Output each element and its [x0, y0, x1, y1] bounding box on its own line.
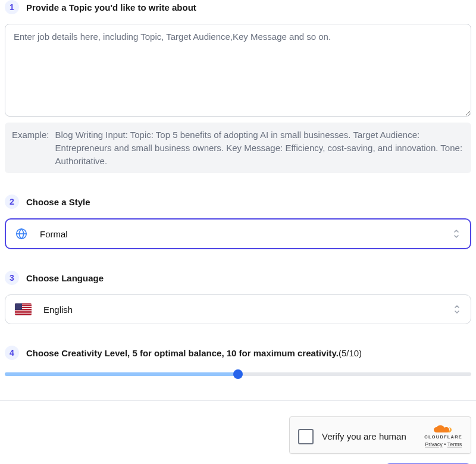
step-number-badge: 2 — [5, 195, 19, 209]
flag-us-icon — [15, 303, 32, 315]
language-select[interactable]: English — [5, 294, 471, 324]
captcha-widget: Verify you are human CLOUDFLARE Privacy … — [289, 416, 471, 454]
captcha-terms-link[interactable]: Terms — [447, 441, 462, 447]
step-header: 2 Choose a Style — [5, 195, 471, 209]
example-text: Blog Writing Input: Topic: Top 5 benefit… — [55, 128, 464, 167]
divider — [0, 400, 476, 401]
captcha-checkbox[interactable] — [298, 429, 314, 444]
globe-icon — [15, 227, 28, 240]
slider-fill — [5, 372, 238, 376]
example-label: Example: — [12, 128, 49, 167]
creativity-slider[interactable] — [5, 369, 471, 379]
captcha-brand: CLOUDFLARE Privacy • Terms — [424, 425, 462, 447]
step-title: Choose Language — [26, 273, 104, 283]
language-selected-label: English — [43, 305, 73, 315]
slider-thumb[interactable] — [233, 369, 243, 379]
style-select[interactable]: Formal — [5, 218, 471, 249]
step-language: 3 Choose Language English — [5, 271, 471, 324]
step-topic: 1 Provide a Topic you'd like to write ab… — [5, 0, 471, 173]
captcha-privacy-link[interactable]: Privacy — [425, 441, 443, 447]
cloudflare-brand-text: CLOUDFLARE — [424, 434, 462, 440]
step-header: 4 Choose Creativity Level, 5 for optimal… — [5, 346, 471, 360]
step-number-badge: 1 — [5, 0, 19, 14]
step-number-badge: 3 — [5, 271, 19, 285]
style-selected-label: Formal — [40, 229, 68, 239]
step-creativity: 4 Choose Creativity Level, 5 for optimal… — [5, 346, 471, 379]
creativity-title-text: Choose Creativity Level, 5 for optimal b… — [26, 348, 339, 358]
step-title: Provide a Topic you'd like to write abou… — [26, 2, 196, 12]
step-style: 2 Choose a Style Formal — [5, 195, 471, 249]
step-header: 1 Provide a Topic you'd like to write ab… — [5, 0, 471, 14]
creativity-value-display: (5/10) — [339, 348, 362, 358]
captcha-links: Privacy • Terms — [425, 441, 462, 447]
topic-textarea[interactable] — [5, 24, 471, 117]
footer: Verify you are human CLOUDFLARE Privacy … — [5, 416, 471, 464]
step-number-badge: 4 — [5, 346, 19, 360]
cloudflare-logo-icon: CLOUDFLARE — [424, 425, 462, 440]
example-block: Example: Blog Writing Input: Topic: Top … — [5, 123, 471, 173]
step-title: Choose Creativity Level, 5 for optimal b… — [26, 348, 362, 358]
step-header: 3 Choose Language — [5, 271, 471, 285]
captcha-label: Verify you are human — [322, 431, 416, 441]
step-title: Choose a Style — [26, 197, 90, 207]
chevron-updown-icon — [453, 304, 461, 315]
chevron-updown-icon — [452, 228, 461, 239]
